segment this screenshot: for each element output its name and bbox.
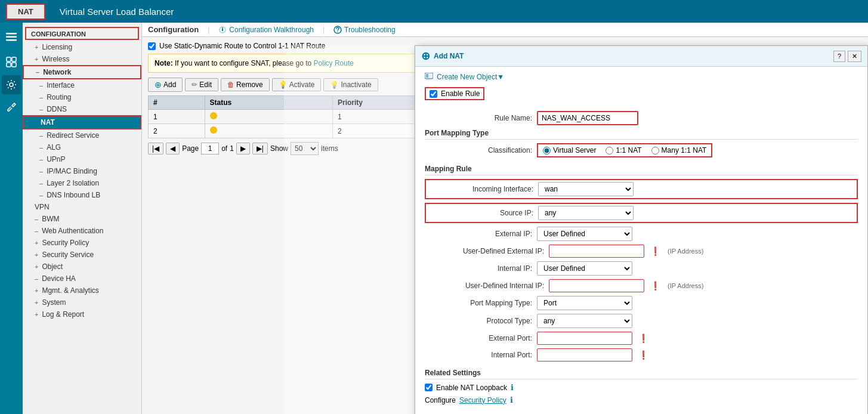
nav-wireless[interactable]: +Wireless — [23, 53, 141, 65]
nat-loopback-info-icon[interactable]: ℹ — [511, 383, 514, 392]
source-ip-select[interactable]: any — [538, 206, 634, 220]
create-object-label[interactable]: Create New Object▼ — [437, 73, 504, 81]
nav-security-policy[interactable]: +Security Policy — [23, 237, 141, 249]
nav-upnp[interactable]: –UPnP — [23, 153, 141, 165]
page-first-btn[interactable]: |◀ — [148, 143, 163, 155]
sidebar-icon-tools[interactable] — [2, 98, 21, 117]
radio-1to1-nat[interactable]: 1:1 NAT — [606, 146, 641, 155]
add-icon: ⊕ — [155, 80, 162, 89]
modal-help-btn[interactable]: ? — [833, 51, 845, 62]
static-route-checkbox[interactable] — [148, 42, 156, 50]
row2-num: 2 — [149, 124, 205, 138]
nav-device-ha[interactable]: –Device HA — [23, 273, 141, 285]
nav-vpn[interactable]: VPN — [23, 201, 141, 213]
user-def-external-ip-label: User-Defined External IP: — [425, 247, 544, 255]
nav-object[interactable]: +Object — [23, 261, 141, 273]
config-walkthrough-link[interactable]: Configuration Walkthrough — [218, 26, 314, 34]
remove-icon: 🗑 — [227, 81, 234, 89]
sidebar-icon-config[interactable] — [2, 75, 21, 94]
internal-port-row: Internal Port: ❗ — [425, 348, 858, 362]
nav-interface[interactable]: –Interface — [23, 79, 141, 91]
col-num: # — [149, 96, 205, 110]
page-last-btn[interactable]: ▶| — [252, 143, 268, 155]
user-def-internal-ip-row: User-Defined Internal IP: ❗ (IP Address) — [425, 279, 858, 292]
external-port-error-icon: ❗ — [638, 333, 648, 343]
external-ip-error-icon: ❗ — [650, 246, 660, 256]
modal-close-btn[interactable]: ✕ — [848, 51, 861, 62]
external-port-row: External Port: ❗ — [425, 332, 858, 345]
nav-system[interactable]: +System — [23, 296, 141, 308]
external-ip-label: External IP: — [425, 230, 532, 238]
nav-bwm[interactable]: –BWM — [23, 213, 141, 225]
nav-layer2[interactable]: –Layer 2 Isolation — [23, 177, 141, 189]
page-prev-btn[interactable]: ◀ — [166, 143, 180, 155]
add-nat-modal: ⊕ Add NAT ? ✕ Create New Object▼ — [415, 45, 868, 414]
user-def-internal-ip-input[interactable] — [549, 279, 644, 292]
svg-rect-0 — [6, 33, 17, 35]
nat-tab[interactable]: NAT — [6, 4, 45, 20]
nav-nat[interactable]: NAT — [23, 115, 141, 129]
nav-network[interactable]: –Network — [23, 65, 141, 79]
radio-1to1-nat-input[interactable] — [606, 147, 613, 155]
protocol-type-select[interactable]: any — [537, 314, 632, 328]
nav-log-report[interactable]: +Log & Report — [23, 308, 141, 320]
nav-dns-inbound[interactable]: –DNS Inbound LB — [23, 189, 141, 201]
source-ip-row: Source IP: any — [425, 203, 858, 223]
page-next-btn[interactable]: ▶ — [236, 143, 250, 155]
content-area: Configuration | Configuration Walkthroug… — [142, 23, 868, 414]
enable-rule-checkbox[interactable] — [430, 90, 437, 98]
external-ip-select[interactable]: User Defined — [537, 227, 632, 241]
security-policy-info-icon[interactable]: ℹ — [510, 396, 513, 404]
modal-header: ⊕ Add NAT ? ✕ — [415, 46, 867, 67]
modal-title: ⊕ Add NAT — [421, 50, 464, 63]
internal-port-input[interactable] — [537, 348, 632, 362]
external-port-input[interactable] — [537, 332, 632, 345]
incoming-interface-row: Incoming Interface: wan lan — [425, 179, 858, 199]
sidebar-icon-menu[interactable] — [2, 27, 21, 47]
nav-mgmt[interactable]: +Mgmt. & Analytics — [23, 285, 141, 296]
enable-rule-label[interactable]: Enable Rule — [425, 87, 484, 100]
nav-alg[interactable]: –ALG — [23, 141, 141, 153]
page-input[interactable] — [201, 143, 219, 155]
create-object-row[interactable]: Create New Object▼ — [425, 73, 858, 81]
configure-label: Configure — [425, 396, 456, 404]
modal-header-btns: ? ✕ — [833, 51, 861, 62]
svg-rect-6 — [12, 63, 16, 67]
add-button[interactable]: ⊕ Add — [148, 78, 183, 92]
nav-licensing[interactable]: +Licensing — [23, 41, 141, 53]
radio-many1to1-nat-input[interactable] — [651, 147, 659, 155]
page-label: Page — [182, 144, 199, 153]
nav-security-service[interactable]: +Security Service — [23, 249, 141, 261]
rule-name-row: Rule Name: — [425, 111, 858, 125]
remove-button[interactable]: 🗑 Remove — [221, 78, 270, 91]
internal-ip-select[interactable]: User Defined — [537, 261, 632, 276]
nav-redirect-service[interactable]: –Redirect Service — [23, 129, 141, 141]
page-of-label: of — [221, 144, 227, 153]
incoming-interface-label: Incoming Interface: — [426, 185, 533, 193]
content-toolbar: Configuration | Configuration Walkthroug… — [142, 23, 868, 37]
nav-ipmac[interactable]: –IP/MAC Binding — [23, 165, 141, 177]
related-settings-title: Related Settings — [425, 369, 858, 379]
internal-ip-row: Internal IP: User Defined — [425, 261, 858, 276]
port-mapping-type-select[interactable]: Port — [537, 296, 632, 310]
svg-rect-1 — [6, 36, 17, 38]
svg-rect-3 — [7, 57, 11, 61]
toolbar-separator2: | — [323, 26, 325, 34]
config-section-header: CONFIGURATION — [25, 27, 139, 40]
radio-many1to1-nat[interactable]: Many 1:1 NAT — [651, 146, 707, 155]
sidebar-icon-dashboard[interactable] — [2, 52, 21, 72]
modal-overlay: ⊕ Add NAT ? ✕ Create New Object▼ — [284, 45, 868, 414]
rule-name-input[interactable] — [537, 111, 638, 125]
classification-row: Classification: Virtual Server 1:1 NAT — [425, 143, 858, 157]
user-def-external-ip-input[interactable] — [549, 245, 644, 258]
troubleshooting-link[interactable]: Troubleshooting — [333, 26, 396, 34]
nav-ddns[interactable]: –DDNS — [23, 103, 141, 115]
radio-virtual-server-input[interactable] — [543, 147, 551, 155]
edit-button[interactable]: ✏ Edit — [185, 78, 218, 91]
radio-virtual-server[interactable]: Virtual Server — [543, 146, 596, 155]
enable-nat-loopback-checkbox[interactable] — [425, 384, 433, 391]
nav-routing[interactable]: –Routing — [23, 91, 141, 103]
incoming-interface-select[interactable]: wan lan — [538, 182, 634, 196]
security-policy-link[interactable]: Security Policy — [459, 396, 506, 404]
nav-web-auth[interactable]: –Web Authentication — [23, 225, 141, 237]
